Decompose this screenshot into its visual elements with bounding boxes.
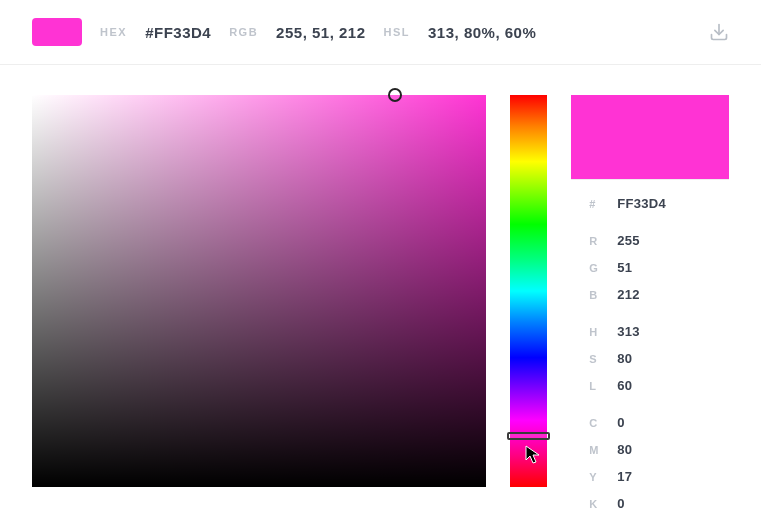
info-panel: #FF33D4 R255 G51 B212 H313 S80 L60 C0 M8… (571, 95, 729, 517)
info-hex[interactable]: FF33D4 (617, 196, 666, 211)
main-content: #FF33D4 R255 G51 B212 H313 S80 L60 C0 M8… (0, 65, 761, 517)
m-label: M (589, 444, 617, 456)
b-label: B (589, 289, 617, 301)
header-swatch (32, 18, 82, 46)
info-m[interactable]: 80 (617, 442, 632, 457)
hue-handle[interactable] (507, 432, 550, 440)
hash-label: # (589, 198, 617, 210)
info-y[interactable]: 17 (617, 469, 632, 484)
rgb-label: RGB (229, 26, 258, 38)
info-k[interactable]: 0 (617, 496, 625, 511)
info-r[interactable]: 255 (617, 233, 640, 248)
info-c[interactable]: 0 (617, 415, 625, 430)
s-label: S (589, 353, 617, 365)
info-swatch (571, 95, 729, 179)
y-label: Y (589, 471, 617, 483)
info-list: #FF33D4 R255 G51 B212 H313 S80 L60 C0 M8… (571, 179, 729, 517)
c-label: C (589, 417, 617, 429)
info-b[interactable]: 212 (617, 287, 640, 302)
info-l[interactable]: 60 (617, 378, 632, 393)
h-label: H (589, 326, 617, 338)
info-g[interactable]: 51 (617, 260, 632, 275)
sv-black-overlay (32, 95, 486, 487)
hex-value[interactable]: #FF33D4 (145, 24, 211, 41)
hex-label: HEX (100, 26, 127, 38)
rgb-value[interactable]: 255, 51, 212 (276, 24, 365, 41)
saturation-value-picker[interactable] (32, 95, 486, 487)
l-label: L (589, 380, 617, 392)
r-label: R (589, 235, 617, 247)
hue-slider[interactable] (510, 95, 547, 487)
hsl-label: HSL (384, 26, 411, 38)
download-icon[interactable] (709, 22, 729, 42)
hsl-value[interactable]: 313, 80%, 60% (428, 24, 536, 41)
header-bar: HEX #FF33D4 RGB 255, 51, 212 HSL 313, 80… (0, 0, 761, 65)
k-label: K (589, 498, 617, 510)
g-label: G (589, 262, 617, 274)
info-s[interactable]: 80 (617, 351, 632, 366)
saturation-value-wrap (32, 95, 486, 487)
cursor-icon (525, 445, 541, 465)
info-h[interactable]: 313 (617, 324, 640, 339)
